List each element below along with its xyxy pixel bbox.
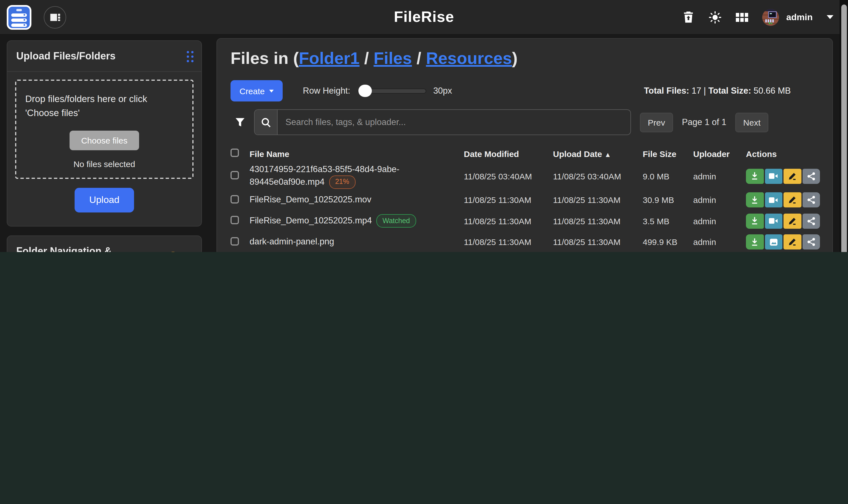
row-checkbox[interactable]: [230, 171, 239, 180]
uploader: admin: [693, 195, 746, 205]
col-file-name[interactable]: File Name: [250, 149, 464, 158]
row-height-value: 30px: [433, 86, 452, 96]
col-uploader[interactable]: Uploader: [693, 149, 746, 158]
dropzone[interactable]: Drop files/folders here or click 'Choose…: [15, 79, 194, 179]
file-size: 30.9 MB: [643, 195, 693, 205]
row-checkbox[interactable]: [230, 216, 239, 224]
totals-text: Total Files: 17 | Total Size: 50.66 MB: [644, 86, 791, 96]
date-modified: 11/08/25 03:40AM: [464, 172, 553, 181]
edit-button[interactable]: [783, 234, 801, 250]
next-page-button[interactable]: Next: [735, 112, 768, 132]
create-button[interactable]: Create: [230, 80, 283, 102]
upload-date: 11/08/25 11:30AM: [553, 216, 643, 226]
row-checkbox[interactable]: [230, 195, 239, 203]
main-menu-button[interactable]: [7, 5, 31, 30]
upload-button[interactable]: Upload: [75, 188, 134, 213]
file-name[interactable]: FileRise_Demo_10252025.mp4: [250, 216, 372, 225]
table-row[interactable]: FileRise_Demo_10252025.mov 11/08/25 11:3…: [230, 190, 819, 211]
file-name[interactable]: dark-admin-panel.png: [250, 237, 334, 246]
share-button[interactable]: [802, 213, 820, 229]
preview-button[interactable]: [765, 169, 782, 184]
col-date-modified[interactable]: Date Modified: [464, 149, 553, 158]
file-name[interactable]: FileRise_Demo_10252025.mov: [250, 195, 371, 204]
user-name[interactable]: admin: [786, 12, 813, 22]
row-actions: [746, 169, 820, 184]
file-size: 499.9 KB: [643, 237, 693, 247]
row-height-slider[interactable]: [358, 88, 426, 93]
download-button[interactable]: [746, 234, 764, 250]
dropzone-text: Drop files/folders here or click 'Choose…: [25, 92, 183, 121]
drag-handle-icon[interactable]: [187, 51, 194, 62]
choose-files-button[interactable]: Choose files: [70, 131, 139, 150]
avatar[interactable]: [762, 9, 779, 25]
date-modified: 11/08/25 11:30AM: [464, 195, 553, 205]
upload-panel: Upload Files/Folders Drop files/folders …: [7, 40, 202, 227]
row-actions: [746, 213, 820, 229]
download-button[interactable]: [746, 213, 764, 229]
edit-button[interactable]: [783, 169, 801, 184]
share-button[interactable]: [802, 192, 820, 208]
slider-thumb[interactable]: [359, 85, 372, 97]
filter-icon[interactable]: [235, 117, 245, 128]
light-mode-icon[interactable]: [708, 11, 722, 24]
prev-page-button[interactable]: Prev: [640, 112, 673, 132]
file-name[interactable]: 430174959-221f6a53-85f5-48d4-9abe-89445e…: [250, 164, 399, 186]
upload-date: 11/08/25 11:30AM: [553, 195, 643, 205]
file-list-panel: Files in (Folder1 / Files / Resources) C…: [216, 38, 833, 252]
logo-icon: [16, 9, 22, 11]
download-button[interactable]: [746, 169, 764, 184]
share-button[interactable]: [802, 234, 820, 250]
filerise-window: FileRise admin: [0, 0, 848, 252]
trash-restore-icon[interactable]: [683, 11, 694, 23]
search-row: Prev Page 1 of 1 Next: [230, 109, 819, 135]
row-height-label: Row Height:: [303, 86, 350, 96]
preview-button[interactable]: [765, 192, 782, 208]
breadcrumb-files[interactable]: Files: [373, 49, 412, 67]
download-button[interactable]: [746, 192, 764, 208]
edit-button[interactable]: [783, 213, 801, 229]
preview-button[interactable]: [765, 234, 782, 250]
table-row[interactable]: 430174959-221f6a53-85f5-48d4-9abe-89445e…: [230, 163, 819, 190]
top-bar: FileRise admin: [0, 0, 848, 35]
col-file-size[interactable]: File Size: [643, 149, 693, 158]
sort-asc-icon: ▲: [604, 150, 611, 158]
row-checkbox[interactable]: [230, 237, 239, 245]
info-icon[interactable]: i: [166, 252, 180, 252]
share-button[interactable]: [802, 169, 820, 184]
uploader: admin: [693, 237, 746, 247]
table-row[interactable]: FileRise_Demo_10252025.mp4Watched 11/08/…: [230, 211, 819, 232]
file-table: File Name Date Modified Upload Date ▲ Fi…: [230, 144, 819, 252]
uploader: admin: [693, 172, 746, 181]
user-menu-caret-icon[interactable]: [827, 15, 833, 19]
search-icon: [254, 110, 278, 134]
scrollbar-thumb[interactable]: [841, 4, 847, 252]
breadcrumb-resources[interactable]: Resources: [426, 49, 512, 67]
row-actions: [746, 234, 820, 250]
sidebar-toggle-button[interactable]: [44, 6, 66, 28]
folder-navigation-panel: Folder Navigation & Management i [-](Roo…: [7, 235, 202, 252]
page-title: Files in (Folder1 / Files / Resources): [230, 49, 819, 68]
uploader: admin: [693, 216, 746, 226]
col-upload-date[interactable]: Upload Date ▲: [553, 149, 643, 158]
preview-button[interactable]: [765, 213, 782, 229]
file-size: 3.5 MB: [643, 216, 693, 226]
upload-panel-title: Upload Files/Folders: [16, 51, 116, 62]
file-size: 9.0 MB: [643, 172, 693, 181]
select-all-checkbox[interactable]: [230, 148, 239, 157]
table-row[interactable]: dark-admin-panel.png 11/08/25 11:30AM 11…: [230, 232, 819, 252]
edit-button[interactable]: [783, 192, 801, 208]
page-indicator: Page 1 of 1: [682, 117, 727, 127]
scrollbar[interactable]: [840, 0, 848, 252]
apps-grid-icon[interactable]: [736, 13, 748, 22]
caret-down-icon: [269, 89, 274, 92]
toolbar: Create Row Height: 30px Total Files: 17 …: [230, 80, 819, 102]
upload-date: 11/08/25 03:40AM: [553, 172, 643, 181]
file-badge: Watched: [376, 214, 416, 228]
search-input[interactable]: [278, 110, 630, 134]
folder-panel-title: Folder Navigation & Management: [16, 246, 112, 252]
table-header-row: File Name Date Modified Upload Date ▲ Fi…: [230, 144, 819, 163]
upload-date: 11/08/25 11:30AM: [553, 237, 643, 247]
date-modified: 11/08/25 11:30AM: [464, 237, 553, 247]
col-actions: Actions: [746, 149, 820, 158]
breadcrumb-folder1[interactable]: Folder1: [299, 49, 359, 67]
